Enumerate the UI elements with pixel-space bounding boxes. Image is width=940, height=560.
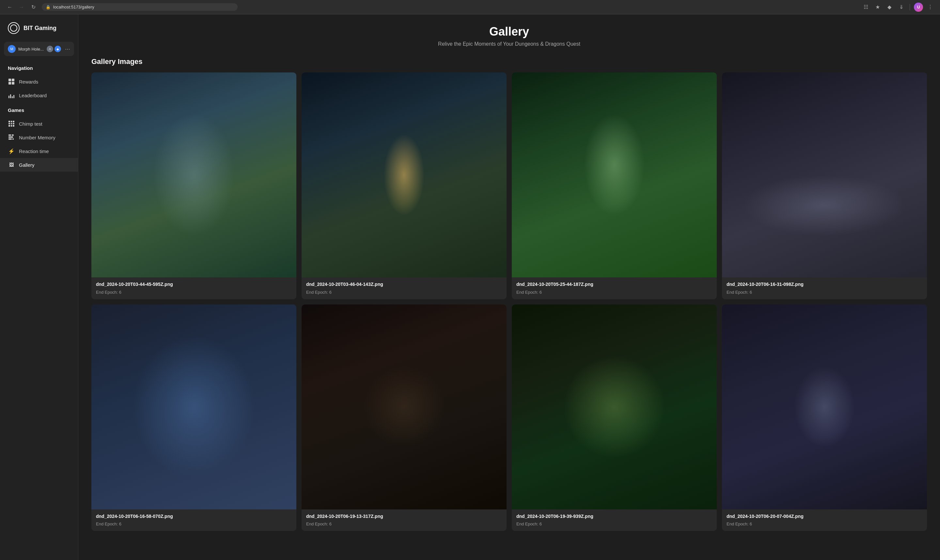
wallet-avatar: M <box>8 45 16 53</box>
gallery-info: dnd_2024-10-20T06-16-58-070Z.pngEnd Epoc… <box>91 509 296 531</box>
gallery-filename: dnd_2024-10-20T06-16-58-070Z.png <box>96 513 292 520</box>
browser-nav-buttons: ← → ↻ <box>5 3 38 12</box>
number-memory-icon <box>8 134 15 141</box>
gallery-filename: dnd_2024-10-20T06-19-13-317Z.png <box>306 513 502 520</box>
gallery-epoch: End Epoch: 6 <box>516 522 712 526</box>
gallery-card[interactable]: dnd_2024-10-20T03-46-04-143Z.pngEnd Epoc… <box>302 72 506 299</box>
wallet-more-button[interactable]: ⋯ <box>65 46 70 52</box>
gallery-filename: dnd_2024-10-20T06-19-39-939Z.png <box>516 513 712 520</box>
gallery-filename: dnd_2024-10-20T03-44-45-595Z.png <box>96 281 292 288</box>
gallery-epoch: End Epoch: 6 <box>306 522 502 526</box>
address-bar[interactable]: 🔒 localhost:5173/gallery <box>42 3 238 11</box>
gallery-filename: dnd_2024-10-20T03-46-04-143Z.png <box>306 281 502 288</box>
gallery-card[interactable]: dnd_2024-10-20T03-44-45-595Z.pngEnd Epoc… <box>91 72 296 299</box>
page-subtitle: Relive the Epic Moments of Your Dungeons… <box>91 41 927 47</box>
page-header: Gallery Relive the Epic Moments of Your … <box>91 25 927 47</box>
gallery-image-5 <box>91 305 296 509</box>
sidebar-item-rewards[interactable]: Rewards <box>0 75 78 88</box>
gallery-info: dnd_2024-10-20T06-16-31-098Z.pngEnd Epoc… <box>722 277 927 299</box>
gallery-info: dnd_2024-10-20T03-44-45-595Z.pngEnd Epoc… <box>91 277 296 299</box>
gallery-filename: dnd_2024-10-20T06-20-07-004Z.png <box>726 513 922 520</box>
chimp-test-label: Chimp test <box>19 121 42 127</box>
sidebar-item-leaderboard[interactable]: Leaderboard <box>0 88 78 102</box>
reload-button[interactable]: ↻ <box>29 3 38 12</box>
gallery-grid: dnd_2024-10-20T03-44-45-595Z.pngEnd Epoc… <box>91 72 927 531</box>
gallery-card[interactable]: dnd_2024-10-20T06-19-13-317Z.pngEnd Epoc… <box>302 305 506 531</box>
gallery-epoch: End Epoch: 6 <box>96 290 292 295</box>
rewards-label: Rewards <box>19 79 38 85</box>
gallery-filename: dnd_2024-10-20T05-25-44-187Z.png <box>516 281 712 288</box>
sidebar: BIT Gaming M Morph Hole... A ◆ ⋯ Navigat… <box>0 14 78 560</box>
gallery-card[interactable]: dnd_2024-10-20T06-16-31-098Z.pngEnd Epoc… <box>722 72 927 299</box>
browser-chrome: ← → ↻ 🔒 localhost:5173/gallery ☷ ★ ◆ ⇓ U… <box>0 0 940 14</box>
extension-icon[interactable]: ◆ <box>885 3 894 12</box>
sidebar-item-reaction-time[interactable]: ⚡ Reaction time <box>0 144 78 158</box>
back-button[interactable]: ← <box>5 3 14 12</box>
url-text: localhost:5173/gallery <box>53 5 94 9</box>
wallet-icon-1: A <box>47 46 53 52</box>
gallery-epoch: End Epoch: 6 <box>306 290 502 295</box>
profile-avatar[interactable]: U <box>914 3 923 12</box>
gallery-info: dnd_2024-10-20T05-25-44-187Z.pngEnd Epoc… <box>512 277 717 299</box>
logo-text: BIT Gaming <box>23 25 57 32</box>
gallery-image-1 <box>91 72 296 277</box>
gallery-epoch: End Epoch: 6 <box>726 522 922 526</box>
gallery-info: dnd_2024-10-20T06-20-07-004Z.pngEnd Epoc… <box>722 509 927 531</box>
gallery-card[interactable]: dnd_2024-10-20T06-20-07-004Z.pngEnd Epoc… <box>722 305 927 531</box>
leaderboard-label: Leaderboard <box>19 93 47 98</box>
sidebar-item-gallery[interactable]: 🖼 Gallery <box>0 158 78 172</box>
reaction-time-icon: ⚡ <box>8 148 15 155</box>
leaderboard-icon <box>8 92 15 99</box>
gallery-image-8 <box>722 305 927 509</box>
rewards-icon <box>8 78 15 85</box>
gallery-card[interactable]: dnd_2024-10-20T06-16-58-070Z.pngEnd Epoc… <box>91 305 296 531</box>
gallery-image-2 <box>302 72 506 277</box>
download-icon[interactable]: ⇓ <box>897 3 906 12</box>
sidebar-item-number-memory[interactable]: Number Memory <box>0 131 78 144</box>
lock-icon: 🔒 <box>46 5 51 9</box>
star-icon[interactable]: ★ <box>873 3 882 12</box>
gallery-image-6 <box>302 305 506 509</box>
gallery-info: dnd_2024-10-20T03-46-04-143Z.pngEnd Epoc… <box>302 277 506 299</box>
sidebar-logo: BIT Gaming <box>0 22 78 42</box>
navigation-label: Navigation <box>0 63 78 75</box>
gallery-image-7 <box>512 305 717 509</box>
wallet-bar[interactable]: M Morph Hole... A ◆ ⋯ <box>4 42 74 56</box>
gallery-card[interactable]: dnd_2024-10-20T06-19-39-939Z.pngEnd Epoc… <box>512 305 717 531</box>
gallery-image-3 <box>512 72 717 277</box>
forward-button[interactable]: → <box>17 3 26 12</box>
gallery-icon: 🖼 <box>8 161 15 168</box>
gallery-section-title: Gallery Images <box>91 57 927 66</box>
gallery-epoch: End Epoch: 6 <box>516 290 712 295</box>
gallery-epoch: End Epoch: 6 <box>96 522 292 526</box>
main-content: Gallery Relive the Epic Moments of Your … <box>78 14 940 560</box>
logo-icon <box>8 22 20 34</box>
translate-icon[interactable]: ☷ <box>862 3 871 12</box>
games-label: Games <box>0 102 78 117</box>
gallery-filename: dnd_2024-10-20T06-16-31-098Z.png <box>726 281 922 288</box>
wallet-icon-2: ◆ <box>54 46 61 52</box>
reaction-time-label: Reaction time <box>19 148 49 154</box>
menu-icon[interactable]: ⋮ <box>926 3 935 12</box>
browser-actions: ☷ ★ ◆ ⇓ U ⋮ <box>862 3 935 12</box>
wallet-icons: A ◆ <box>47 46 61 52</box>
gallery-epoch: End Epoch: 6 <box>726 290 922 295</box>
gallery-label: Gallery <box>19 162 35 168</box>
app-container: BIT Gaming M Morph Hole... A ◆ ⋯ Navigat… <box>0 14 940 560</box>
page-title: Gallery <box>91 25 927 38</box>
gallery-image-4 <box>722 72 927 277</box>
gallery-info: dnd_2024-10-20T06-19-39-939Z.pngEnd Epoc… <box>512 509 717 531</box>
number-memory-label: Number Memory <box>19 135 55 140</box>
wallet-name: Morph Hole... <box>18 47 44 52</box>
chimp-test-icon <box>8 120 15 127</box>
sidebar-item-chimp-test[interactable]: Chimp test <box>0 117 78 131</box>
gallery-info: dnd_2024-10-20T06-19-13-317Z.pngEnd Epoc… <box>302 509 506 531</box>
gallery-card[interactable]: dnd_2024-10-20T05-25-44-187Z.pngEnd Epoc… <box>512 72 717 299</box>
